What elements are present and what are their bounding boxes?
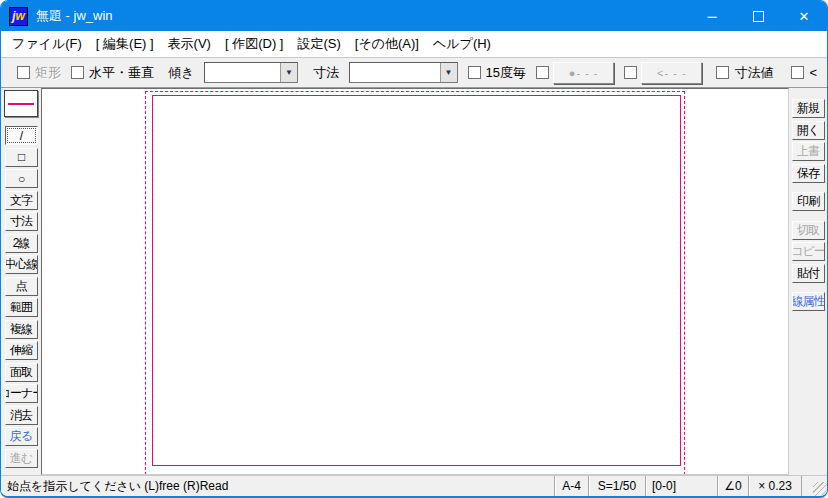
tool-parallel-line-button[interactable]: 複線	[5, 320, 38, 339]
scale-button[interactable]: S=1/50	[588, 476, 645, 496]
dimension-value-label: 寸法値	[734, 64, 773, 82]
maximize-button[interactable]	[735, 1, 781, 31]
window-title: 無題 - jw_win	[36, 7, 689, 25]
minimize-icon: ─	[707, 9, 716, 24]
open-file-button[interactable]: 開く	[792, 121, 825, 140]
layer-indicator-button[interactable]: [0-0]	[645, 476, 717, 496]
dot-endpoint-button[interactable]: ●- - -	[553, 62, 614, 84]
arrow-endpoint-checkbox[interactable]	[624, 66, 637, 79]
tool-chamfer-button[interactable]: 面取	[5, 363, 38, 382]
menu-file[interactable]: ファイル(F)	[5, 32, 89, 56]
rectangle-checkbox[interactable]	[17, 66, 30, 79]
slope-dropdown-value	[205, 63, 280, 82]
statusbar: 始点を指示してください (L)free (R)Read A-4 S=1/50 […	[1, 475, 827, 496]
tool-center-line-button[interactable]: 中心線	[5, 255, 38, 274]
left-toolbar: / □ ○ 文字 寸法 2線 中心線 点 範囲 複線 伸縮 面取 コーナー 消去…	[1, 88, 41, 475]
jw-app-icon: jw	[9, 7, 28, 26]
copy-button[interactable]: コピー	[792, 242, 825, 261]
rectangle-checkbox-label: 矩形	[35, 64, 61, 82]
status-message: 始点を指示してください (L)free (R)Read	[1, 476, 554, 496]
menubar: ファイル(F) [ 編集(E) ] 表示(V) [ 作図(D) ] 設定(S) …	[1, 31, 827, 58]
menu-view[interactable]: 表示(V)	[161, 32, 218, 56]
tool-point-button[interactable]: 点	[5, 277, 38, 296]
every-15-degrees-checkbox[interactable]	[468, 66, 481, 79]
main-area: / □ ○ 文字 寸法 2線 中心線 点 範囲 複線 伸縮 面取 コーナー 消去…	[1, 88, 827, 475]
dimension-label: 寸法	[313, 64, 339, 82]
paper-size-button[interactable]: A-4	[554, 476, 588, 496]
app-window: jw 無題 - jw_win ─ ✕ ファイル(F) [ 編集(E) ] 表示(…	[0, 0, 828, 498]
tool-erase-button[interactable]: 消去	[5, 406, 38, 425]
overwrite-save-button[interactable]: 上書	[792, 142, 825, 161]
slope-label: 傾き	[168, 64, 194, 82]
tool-text-button[interactable]: 文字	[5, 191, 38, 210]
dimension-dropdown-value	[350, 63, 440, 82]
slope-dropdown-arrow-icon[interactable]: ▼	[280, 63, 297, 82]
line-color-sample	[8, 103, 34, 105]
new-file-button[interactable]: 新規	[792, 99, 825, 118]
redo-button[interactable]: 進む	[5, 449, 38, 468]
menu-help[interactable]: ヘルプ(H)	[426, 32, 498, 56]
tool-line-button[interactable]: /	[5, 126, 38, 145]
menu-edit[interactable]: [ 編集(E) ]	[89, 32, 161, 56]
arrow-endpoint-button[interactable]: <- - -	[641, 62, 702, 84]
tool-double-line-button[interactable]: 2線	[5, 234, 38, 253]
tool-corner-button[interactable]: コーナー	[5, 384, 38, 403]
tool-rectangle-button[interactable]: □	[5, 148, 38, 167]
options-toolbar: 矩形 水平・垂直 傾き ▼ 寸法 ▼ 15度毎 ●- - - <- - - 寸法…	[1, 58, 827, 88]
paper-print-frame	[152, 95, 681, 466]
undo-button[interactable]: 戻る	[5, 427, 38, 446]
save-button[interactable]: 保存	[792, 164, 825, 183]
resize-grip[interactable]	[801, 476, 827, 496]
less-than-label: <	[809, 65, 817, 80]
cut-button[interactable]: 切取	[792, 221, 825, 240]
tool-circle-button[interactable]: ○	[5, 169, 38, 188]
dimension-value-checkbox[interactable]	[716, 66, 729, 79]
close-button[interactable]: ✕	[781, 1, 827, 31]
tool-range-button[interactable]: 範囲	[5, 298, 38, 317]
slope-dropdown[interactable]: ▼	[204, 62, 298, 83]
jw-icon-letter-w: w	[16, 10, 25, 22]
print-button[interactable]: 印刷	[792, 192, 825, 211]
horizontal-vertical-checkbox[interactable]	[71, 66, 84, 79]
line-attribute-preview-button[interactable]	[4, 90, 38, 117]
less-than-checkbox[interactable]	[791, 66, 804, 79]
maximize-icon	[753, 11, 764, 22]
menu-settings[interactable]: 設定(S)	[290, 32, 347, 56]
dimension-dropdown-arrow-icon[interactable]: ▼	[440, 63, 457, 82]
horizontal-vertical-label: 水平・垂直	[89, 64, 154, 82]
paste-button[interactable]: 貼付	[792, 264, 825, 283]
titlebar: jw 無題 - jw_win ─ ✕	[1, 1, 827, 31]
angle-indicator: ∠0	[717, 476, 748, 496]
dot-endpoint-checkbox[interactable]	[536, 66, 549, 79]
dimension-dropdown[interactable]: ▼	[349, 62, 458, 83]
close-icon: ✕	[799, 9, 810, 24]
right-toolbar: 新規 開く 上書 保存 印刷 切取 コピー 貼付 線属性	[789, 88, 827, 475]
drawing-canvas[interactable]	[41, 88, 789, 475]
tool-extend-button[interactable]: 伸縮	[5, 341, 38, 360]
menu-other[interactable]: [その他(A)]	[348, 32, 426, 56]
tool-dimension-button[interactable]: 寸法	[5, 212, 38, 231]
menu-draw[interactable]: [ 作図(D) ]	[218, 32, 291, 56]
zoom-factor-indicator: × 0.23	[748, 476, 801, 496]
line-attribute-button[interactable]: 線属性	[792, 292, 825, 311]
every-15-degrees-label: 15度毎	[486, 64, 526, 82]
minimize-button[interactable]: ─	[689, 1, 735, 31]
